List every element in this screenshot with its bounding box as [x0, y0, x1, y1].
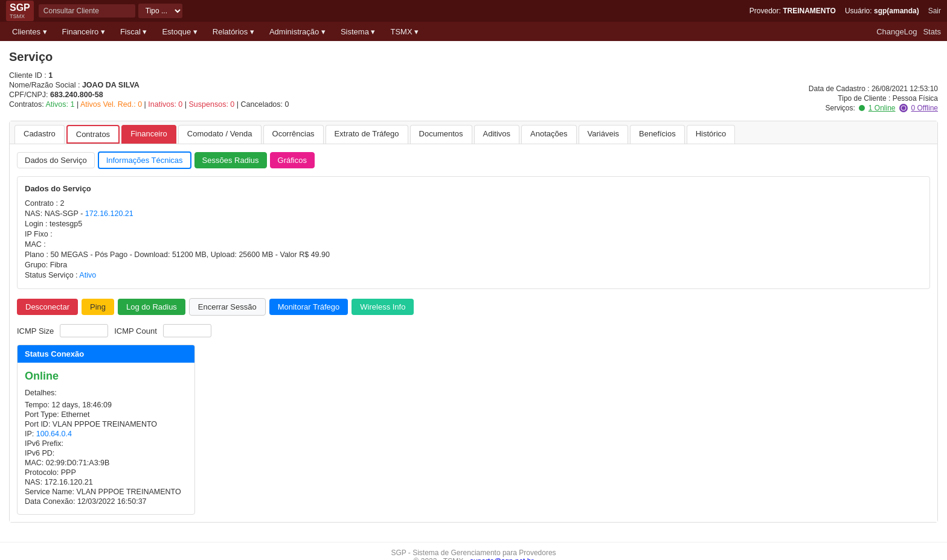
tab-documentos[interactable]: Documentos: [410, 125, 472, 144]
client-right-info: Data de Cadastro : 26/08/2021 12:53:10 T…: [809, 84, 938, 113]
plano-row: Plano : 50 MEGAS - Pós Pago - Download: …: [25, 250, 922, 259]
page-title: Serviço: [9, 50, 938, 64]
login-row: Login : testesgp5: [25, 220, 922, 228]
port-type-row: Port Type: Ethernet: [25, 410, 187, 419]
offline-link[interactable]: 0 Offline: [911, 104, 938, 112]
log-radius-button[interactable]: Log do Radius: [118, 299, 185, 315]
menu-navbar: Clientes ▾ Financeiro ▾ Fiscal ▾ Estoque…: [0, 22, 947, 41]
logo-text: SGP: [10, 2, 30, 13]
tab-anotacoes[interactable]: Anotações: [521, 125, 576, 144]
offline-icon: [899, 104, 908, 112]
ip-row: IP Fixo :: [25, 230, 922, 238]
client-nome-row: Nome/Razão Social : JOAO DA SILVA: [9, 81, 938, 89]
footer: SGP - Sistema de Gerenciamento para Prov…: [0, 542, 947, 560]
client-info-section: Cliente ID : 1 Nome/Razão Social : JOAO …: [9, 71, 938, 109]
inner-tab-sessoes[interactable]: Sessões Radius: [194, 152, 267, 168]
changelog-link[interactable]: ChangeLog: [876, 27, 917, 36]
status-connection-body: Online Detalhes: Tempo: 12 days, 18:46:0…: [18, 363, 194, 514]
ip-link[interactable]: 100.64.0.4: [36, 430, 72, 438]
footer-email[interactable]: suporte@sgp.net.br: [470, 557, 534, 560]
online-dot: [859, 105, 865, 111]
main-tabs-container: Cadastro Contratos Financeiro Comodato /…: [9, 121, 938, 523]
tab-comodato[interactable]: Comodato / Venda: [178, 125, 262, 144]
tab-extrato[interactable]: Extrato de Tráfego: [326, 125, 408, 144]
icmp-size-input[interactable]: [60, 324, 108, 337]
monitorar-trafego-button[interactable]: Monitorar Tráfego: [269, 299, 348, 315]
nas-ip-link[interactable]: 172.16.120.21: [85, 209, 133, 218]
tab-financeiro[interactable]: Financeiro: [121, 125, 176, 144]
dados-servico-title: Dados do Serviço: [25, 184, 922, 193]
client-id-row: Cliente ID : 1: [9, 71, 938, 80]
icmp-count-label: ICMP Count: [114, 326, 157, 336]
ping-button[interactable]: Ping: [82, 299, 114, 315]
inner-tab-graficos[interactable]: Gráficos: [270, 152, 315, 168]
action-buttons-row: Desconectar Ping Log do Radius Encerrar …: [17, 298, 930, 316]
detalhes-label: Detalhes:: [25, 389, 187, 397]
logo-sub: TSMX: [10, 13, 30, 19]
encerrar-sessao-button[interactable]: Encerrar Sessão: [189, 298, 266, 316]
client-info: Cliente ID : 1 Nome/Razão Social : JOAO …: [9, 71, 938, 109]
grupo-row: Grupo: Fibra: [25, 261, 922, 269]
menu-administracao[interactable]: Administração ▾: [263, 24, 332, 40]
menu-tsmx[interactable]: TSMX ▾: [384, 24, 425, 40]
ip-status-row: IP: 100.64.0.4: [25, 430, 187, 438]
inner-tab-info-tecnica[interactable]: Informações Técnicas: [98, 151, 191, 169]
protocolo-row: Protocolo: PPP: [25, 468, 187, 477]
nas-row: NAS: NAS-SGP - 172.16.120.21: [25, 209, 922, 218]
logo: SGP TSMX: [6, 1, 34, 21]
menu-fiscal[interactable]: Fiscal ▾: [114, 24, 153, 40]
wireless-info-button[interactable]: Wireless Info: [352, 299, 414, 315]
tab-contratos[interactable]: Contratos: [66, 125, 120, 144]
menu-financeiro[interactable]: Financeiro ▾: [56, 24, 111, 40]
online-link[interactable]: 1 Online: [868, 104, 896, 112]
sair-link[interactable]: Sair: [928, 7, 941, 15]
menu-sistema[interactable]: Sistema ▾: [335, 24, 382, 40]
main-tab-content: Dados do Serviço Informações Técnicas Se…: [10, 144, 937, 522]
inner-tabs-list: Dados do Serviço Informações Técnicas Se…: [17, 151, 930, 169]
tab-beneficios[interactable]: Benefícios: [630, 125, 685, 144]
nas-status-row: NAS: 172.16.120.21: [25, 478, 187, 486]
menu-estoque[interactable]: Estoque ▾: [156, 24, 203, 40]
client-cpf-row: CPF/CNPJ: 683.240.800-58: [9, 91, 938, 99]
desconectar-button[interactable]: Desconectar: [17, 299, 78, 315]
tab-cadastro[interactable]: Cadastro: [14, 125, 65, 144]
search-input[interactable]: [39, 4, 135, 18]
user-info: Usuário: sgp(amanda): [845, 7, 919, 15]
tempo-row: Tempo: 12 days, 18:46:09: [25, 401, 187, 409]
main-tabs-list: Cadastro Contratos Financeiro Comodato /…: [10, 121, 937, 144]
stats-link[interactable]: Stats: [923, 27, 941, 36]
top-navbar: SGP TSMX Tipo ... Provedor: TREINAMENTO …: [0, 0, 947, 22]
status-online-text: Online: [25, 370, 187, 383]
icmp-row: ICMP Size ICMP Count: [17, 324, 930, 337]
status-connection-box: Status Conexão Online Detalhes: Tempo: 1…: [17, 345, 195, 515]
ipv6-pd-row: IPv6 PD:: [25, 449, 187, 457]
icmp-size-label: ICMP Size: [17, 326, 54, 336]
svg-point-0: [901, 106, 906, 110]
mac-status-row: MAC: 02:99:D0:71:A3:9B: [25, 459, 187, 467]
provider-info: Provedor: TREINAMENTO: [750, 7, 836, 15]
tab-variaveis[interactable]: Variáveis: [579, 125, 629, 144]
main-content: Serviço Cliente ID : 1 Nome/Razão Social…: [0, 41, 947, 542]
dados-servico-box: Dados do Serviço Contrato : 2 NAS: NAS-S…: [17, 176, 930, 289]
tab-aditivos[interactable]: Aditivos: [474, 125, 520, 144]
tipo-select[interactable]: Tipo ...: [138, 4, 182, 18]
service-name-row: Service Name: VLAN PPPOE TREINAMENTO: [25, 488, 187, 496]
icmp-count-input[interactable]: [163, 324, 211, 337]
menu-relatorios[interactable]: Relatórios ▾: [207, 24, 260, 40]
tab-historico[interactable]: Histórico: [687, 125, 736, 144]
ipv6-prefix-row: IPv6 Prefix:: [25, 439, 187, 448]
port-id-row: Port ID: VLAN PPPOE TREINAMENTO: [25, 420, 187, 428]
data-conexao-row: Data Conexão: 12/03/2022 16:50:37: [25, 497, 187, 506]
tab-ocorrencias[interactable]: Ocorrências: [263, 125, 324, 144]
contrato-row: Contrato : 2: [25, 199, 922, 208]
top-right-info: Provedor: TREINAMENTO Usuário: sgp(amand…: [750, 7, 941, 15]
status-connection-header: Status Conexão: [18, 345, 194, 363]
status-row: Status Serviço : Ativo: [25, 271, 922, 279]
mac-row: MAC :: [25, 240, 922, 249]
inner-tab-dados[interactable]: Dados do Serviço: [17, 152, 95, 168]
status-link[interactable]: Ativo: [79, 271, 96, 279]
menu-right-links: ChangeLog Stats: [876, 27, 941, 36]
client-contracts-row: Contratos: Ativos: 1 | Ativos Vel. Red.:…: [9, 100, 938, 109]
menu-clientes[interactable]: Clientes ▾: [6, 24, 53, 40]
